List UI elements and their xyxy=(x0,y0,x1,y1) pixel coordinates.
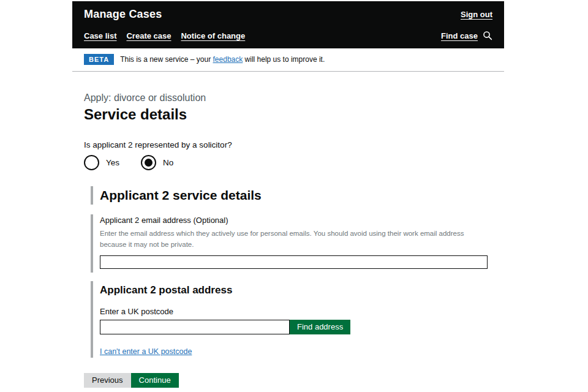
postal-address-group: Applicant 2 postal address Enter a UK po… xyxy=(91,281,492,358)
app-frame: Manage Cases Sign out Case list Create c… xyxy=(72,1,504,392)
email-field-group: Applicant 2 email address (Optional) Ent… xyxy=(91,214,492,273)
search-icon[interactable] xyxy=(483,31,492,40)
email-label: Applicant 2 email address (Optional) xyxy=(100,216,492,225)
page-caption: Apply: divorce or dissolution xyxy=(84,92,492,104)
app-title: Manage Cases xyxy=(84,8,162,21)
solicitor-question-label: Is applicant 2 represented by a solicito… xyxy=(84,140,492,149)
service-details-section: Applicant 2 service details xyxy=(91,186,492,205)
phase-banner-text: This is a new service – your feedback wi… xyxy=(120,55,325,64)
email-input[interactable] xyxy=(100,255,488,269)
phase-text-after: will help us to improve it. xyxy=(243,55,325,64)
radio-label-no: No xyxy=(163,158,173,167)
postcode-input[interactable] xyxy=(100,320,290,334)
postcode-label: Enter a UK postcode xyxy=(100,307,492,316)
form-actions: Previous Continue xyxy=(84,373,492,388)
radio-label-yes: Yes xyxy=(106,158,119,167)
nav-create-case[interactable]: Create case xyxy=(126,31,171,40)
app-header: Manage Cases Sign out Case list Create c… xyxy=(72,1,504,48)
nav-notice-of-change[interactable]: Notice of change xyxy=(181,31,245,40)
beta-tag: BETA xyxy=(84,54,114,65)
solicitor-radio-group: Yes No xyxy=(84,155,492,170)
page-title: Service details xyxy=(84,106,492,123)
email-hint: Enter the email address which they activ… xyxy=(100,228,488,251)
radio-circle-yes[interactable] xyxy=(84,155,99,170)
sign-out-link[interactable]: Sign out xyxy=(461,10,492,19)
primary-nav: Case list Create case Notice of change xyxy=(84,31,245,40)
postal-address-heading: Applicant 2 postal address xyxy=(100,284,492,296)
continue-button[interactable]: Continue xyxy=(131,373,179,388)
nav-find-case[interactable]: Find case xyxy=(441,31,478,40)
previous-button[interactable]: Previous xyxy=(84,373,131,388)
nav-case-list[interactable]: Case list xyxy=(84,31,116,40)
find-address-button[interactable]: Find address xyxy=(290,320,350,334)
radio-option-yes[interactable]: Yes xyxy=(84,155,119,170)
phase-text-before: This is a new service – your xyxy=(120,55,213,64)
phase-banner: BETA This is a new service – your feedba… xyxy=(72,48,504,72)
radio-circle-no[interactable] xyxy=(141,155,156,170)
main-content: Apply: divorce or dissolution Service de… xyxy=(72,92,504,392)
manual-address-link[interactable]: I can't enter a UK postcode xyxy=(100,347,192,356)
feedback-link[interactable]: feedback xyxy=(213,55,243,64)
service-details-heading: Applicant 2 service details xyxy=(100,188,492,203)
radio-option-no[interactable]: No xyxy=(141,155,173,170)
